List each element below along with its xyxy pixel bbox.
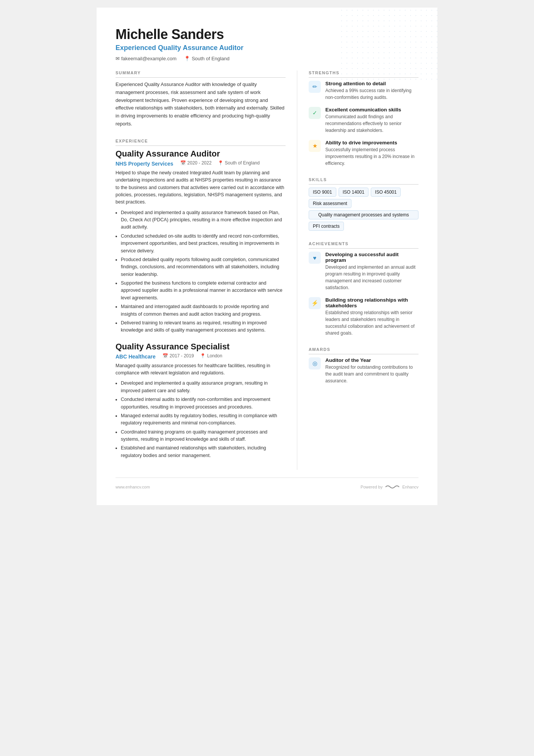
left-column: SUMMARY Experienced Quality Assurance Au… xyxy=(116,70,297,470)
strength-item-2: ✓ Excellent communication skills Communi… xyxy=(309,107,418,134)
skill-iso45001: ISO 45001 xyxy=(371,188,401,197)
candidate-name: Michelle Sanders xyxy=(116,27,418,42)
check-icon: ✓ xyxy=(309,107,321,119)
achievements-label: ACHIEVEMENTS xyxy=(309,241,418,249)
achievement-title-1: Developing a successful audit program xyxy=(325,252,418,263)
pencil-icon: ✏ xyxy=(309,81,321,93)
job-title-1: Quality Assurance Auditor xyxy=(116,149,286,159)
strength-item-3: ★ Ability to drive improvements Successf… xyxy=(309,140,418,167)
strength-title-3: Ability to drive improvements xyxy=(325,140,418,146)
location-icon: 📍 xyxy=(184,56,190,61)
candidate-subtitle: Experienced Quality Assurance Auditor xyxy=(116,44,418,52)
strength-content-3: Ability to drive improvements Successful… xyxy=(325,140,418,167)
award-title-1: Auditor of the Year xyxy=(325,357,418,363)
enhancv-logo-icon xyxy=(385,484,400,490)
skill-risk: Risk assessment xyxy=(309,199,351,208)
achievement-desc-2: Established strong relationships with se… xyxy=(325,309,418,337)
right-column: STRENGTHS ✏ Strong attention to detail A… xyxy=(297,70,418,470)
strength-desc-1: Achieved a 99% success rate in identifyi… xyxy=(325,87,418,101)
heart-icon: ♥ xyxy=(309,252,321,264)
bullet-2-2: Conducted internal audits to identify no… xyxy=(121,396,286,411)
skills-label: SKILLS xyxy=(309,177,418,185)
achievements-section: ACHIEVEMENTS ♥ Developing a successful a… xyxy=(309,241,418,337)
job-description-2: Managed quality assurance processes for … xyxy=(116,362,286,377)
job-bullets-1: Developed and implemented a quality assu… xyxy=(116,209,286,334)
company-row-1: NHS Property Services 📅 2020 - 2022 📍 So… xyxy=(116,160,286,168)
job-description-1: Helped to shape the newly created Integr… xyxy=(116,169,286,206)
job-location-1: 📍 South of England xyxy=(218,160,260,166)
calendar-icon-2: 📅 xyxy=(162,353,168,358)
header-section: Michelle Sanders Experienced Quality Ass… xyxy=(116,27,418,61)
experience-label: EXPERIENCE xyxy=(116,139,286,146)
strength-desc-2: Communicated audit findings and recommen… xyxy=(325,113,418,134)
location-contact: 📍 South of England xyxy=(184,56,230,61)
strengths-label: STRENGTHS xyxy=(309,70,418,78)
star-icon: ★ xyxy=(309,140,321,152)
job-dates-1: 📅 2020 - 2022 xyxy=(180,160,212,166)
bullet-2-3: Managed external audits by regulatory bo… xyxy=(121,412,286,427)
job-block-1: Quality Assurance Auditor NHS Property S… xyxy=(116,149,286,334)
awards-section: AWARDS ◎ Auditor of the Year Recognized … xyxy=(309,347,418,384)
bullet-2-5: Established and maintained relationships… xyxy=(121,445,286,459)
job-dates-2: 📅 2017 - 2019 xyxy=(162,353,194,358)
award-desc-1: Recognized for outstanding contributions… xyxy=(325,364,418,384)
bullet-2-4: Coordinated training programs on quality… xyxy=(121,429,286,443)
bullet-1-6: Delivered training to relevant teams as … xyxy=(121,319,286,334)
skill-pfi: PFI contracts xyxy=(309,222,344,231)
achievement-item-2: ⚡ Building strong relationships with sta… xyxy=(309,297,418,337)
strength-title-1: Strong attention to detail xyxy=(325,81,418,86)
job-bullets-2: Developed and implemented a quality assu… xyxy=(116,380,286,459)
job-location-2: 📍 London xyxy=(200,353,222,358)
skills-grid: ISO 9001 ISO 14001 ISO 45001 Risk assess… xyxy=(309,188,418,231)
location-icon-2: 📍 xyxy=(200,353,206,358)
job-title-2: Quality Assurance Specialist xyxy=(116,342,286,352)
powered-by-label: Powered by xyxy=(361,485,383,489)
strength-desc-3: Successfully implemented process improve… xyxy=(325,146,418,167)
skill-iso14001: ISO 14001 xyxy=(339,188,368,197)
job-company-2: ABC Healthcare xyxy=(116,354,156,360)
bullet-1-2: Conducted scheduled on-site audits to id… xyxy=(121,233,286,255)
award-icon-1: ◎ xyxy=(309,357,321,369)
achievement-title-2: Building strong relationships with stake… xyxy=(325,297,418,308)
footer-website: www.enhancv.com xyxy=(116,485,150,489)
awards-label: AWARDS xyxy=(309,347,418,354)
bullet-2-1: Developed and implemented a quality assu… xyxy=(121,380,286,394)
job-company-1: NHS Property Services xyxy=(116,161,173,167)
email-icon: ✉ xyxy=(116,56,120,61)
bullet-1-4: Supported the business functions to comp… xyxy=(121,280,286,302)
footer: www.enhancv.com Powered by Enhancv xyxy=(116,477,418,490)
award-item-1: ◎ Auditor of the Year Recognized for out… xyxy=(309,357,418,384)
strength-title-2: Excellent communication skills xyxy=(325,107,418,113)
job-meta-1: 📅 2020 - 2022 📍 South of England xyxy=(180,160,260,166)
bullet-1-3: Produced detailed quality reports follow… xyxy=(121,256,286,278)
achievement-content-2: Building strong relationships with stake… xyxy=(325,297,418,337)
achievement-desc-1: Developed and implemented an annual audi… xyxy=(325,264,418,291)
award-content-1: Auditor of the Year Recognized for outst… xyxy=(325,357,418,384)
location-icon-1: 📍 xyxy=(218,160,223,166)
bolt-icon: ⚡ xyxy=(309,297,321,309)
calendar-icon-1: 📅 xyxy=(180,160,186,166)
strength-content-1: Strong attention to detail Achieved a 99… xyxy=(325,81,418,101)
skill-qmp: Quality management processes and systems xyxy=(309,210,418,219)
job-meta-2: 📅 2017 - 2019 📍 London xyxy=(162,353,222,358)
email-contact: ✉ fakeemail@example.com xyxy=(116,56,176,61)
skill-iso9001: ISO 9001 xyxy=(309,188,336,197)
strength-content-2: Excellent communication skills Communica… xyxy=(325,107,418,134)
company-row-2: ABC Healthcare 📅 2017 - 2019 📍 London xyxy=(116,352,286,361)
brand-name: Enhancv xyxy=(402,485,418,489)
resume-page: Michelle Sanders Experienced Quality Ass… xyxy=(97,8,437,505)
achievement-item-1: ♥ Developing a successful audit program … xyxy=(309,252,418,291)
summary-label: SUMMARY xyxy=(116,70,286,78)
summary-text: Experienced Quality Assurance Auditor wi… xyxy=(116,81,286,128)
experience-section: EXPERIENCE Quality Assurance Auditor NHS… xyxy=(116,139,286,459)
achievement-content-1: Developing a successful audit program De… xyxy=(325,252,418,291)
bullet-1-1: Developed and implemented a quality assu… xyxy=(121,209,286,231)
summary-section: SUMMARY Experienced Quality Assurance Au… xyxy=(116,70,286,128)
contact-row: ✉ fakeemail@example.com 📍 South of Engla… xyxy=(116,56,418,61)
bullet-1-5: Maintained and interrogated audit dashbo… xyxy=(121,303,286,318)
skills-section: SKILLS ISO 9001 ISO 14001 ISO 45001 Risk… xyxy=(309,177,418,231)
strengths-section: STRENGTHS ✏ Strong attention to detail A… xyxy=(309,70,418,167)
strength-item-1: ✏ Strong attention to detail Achieved a … xyxy=(309,81,418,101)
job-block-2: Quality Assurance Specialist ABC Healthc… xyxy=(116,342,286,460)
footer-brand: Powered by Enhancv xyxy=(361,484,418,490)
